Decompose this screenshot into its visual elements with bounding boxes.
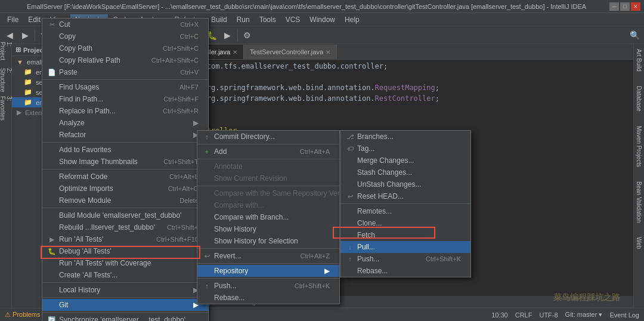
line-code-7: @RestController <box>170 126 633 135</box>
code-line-2: 2 <box>149 73 633 84</box>
menu-window[interactable]: Window <box>305 14 340 25</box>
menu-file[interactable]: File <box>2 14 23 25</box>
panel-title: ⊞ <box>16 46 21 54</box>
run-button[interactable]: ▶ <box>190 28 204 42</box>
toolbar: ◀ ▶ 🔨 EmallserverInterfaceProviderApplic… <box>0 26 644 44</box>
line-num-7: 7 <box>149 127 170 135</box>
menu-refactor[interactable]: Refactor <box>170 14 206 25</box>
menu-build[interactable]: Build <box>206 14 232 25</box>
folder-icon-dubbo: 📁 <box>24 98 32 106</box>
tab-git-label: gitTestController.java <box>169 48 230 55</box>
line-num-3: 3 <box>149 84 170 92</box>
line-num-5: 5 <box>149 105 170 113</box>
toolbar-forward[interactable]: ▶ <box>18 28 32 42</box>
title-bar: EmallServer [F:\ideaWorkSpace\EmallServe… <box>0 0 644 13</box>
tree-item-emall[interactable]: ▼ emall <box>12 57 148 67</box>
right-tab-bean[interactable]: Bean Validation <box>636 179 642 225</box>
line-code-3: import org.springframework.web.bind.anno… <box>170 84 633 92</box>
coverage-button[interactable]: ▶ <box>221 28 235 42</box>
line-code-8: public class gitTestController { <box>170 137 633 146</box>
tab-test-label: TestServerController.java <box>250 48 323 55</box>
code-line-9: 9 <box>149 148 633 159</box>
window-controls: ─ □ ✕ <box>609 2 640 11</box>
line-code-4: import org.springframework.web.bind.anno… <box>170 94 633 103</box>
left-tab-favorites[interactable]: 3: Favorites <box>1 104 11 113</box>
left-tab-structure[interactable]: 2: Structure <box>1 75 11 85</box>
main-layout: 1: Project 2: Structure 3: Favorites ⊞ P… <box>0 44 644 308</box>
toolbar-settings[interactable]: ⚙ <box>240 28 255 42</box>
menu-vcs[interactable]: VCS <box>281 14 305 25</box>
run-config-label: EmallserverInterfaceProviderApplication <box>61 32 178 39</box>
menu-edit[interactable]: Edit <box>23 14 45 25</box>
panel-title-label: Project <box>23 47 45 54</box>
breadcrumb-sep: › <box>202 298 205 305</box>
tab-test-controller[interactable]: TestServerController.java ✕ <box>244 45 337 59</box>
status-event-log[interactable]: Event Log <box>609 311 639 319</box>
menu-bar: File Edit View Navigate Code Analyze Ref… <box>0 13 644 26</box>
run-config-selector[interactable]: EmallserverInterfaceProviderApplication … <box>57 29 188 42</box>
editor-area: ⚙ gitTestController.java ✕ TestServerCon… <box>149 44 633 308</box>
restore-button[interactable]: □ <box>620 2 630 11</box>
status-git[interactable]: Git: master ▾ <box>565 311 603 319</box>
debug-button[interactable]: 🐛 <box>205 28 219 42</box>
panel-gear[interactable]: ⚙ <box>139 46 145 54</box>
status-crlf: CRLF <box>515 311 532 319</box>
tab-git-close[interactable]: ✕ <box>233 49 237 55</box>
code-line-3: 3 import org.springframework.web.bind.an… <box>149 84 633 94</box>
tree-item-parent[interactable]: 📁 server_parent <box>12 77 148 87</box>
toolbar-search[interactable]: 🔍 <box>627 28 642 42</box>
code-line-8: 8 public class gitTestController { <box>149 137 633 148</box>
line-num-9: 9 <box>149 148 170 156</box>
line-num-4: 4 <box>149 95 170 103</box>
tree-label-redis: server_redis <box>36 89 72 96</box>
toolbar-build[interactable]: 🔨 <box>38 28 52 42</box>
status-bar: ⚠ Problems 10:30 CRLF UTF-8 Git: master … <box>0 308 644 321</box>
folder-icon-parent: 📁 <box>24 78 32 86</box>
tree-label-emall: emall <box>27 58 42 66</box>
folder-icon-redis: 📁 <box>24 88 32 96</box>
menu-view[interactable]: View <box>45 14 70 25</box>
code-line-4: 4 import org.springframework.web.bind.an… <box>149 94 633 105</box>
menu-code[interactable]: Code <box>108 14 135 25</box>
right-tab-maven[interactable]: Maven Projects <box>636 124 642 169</box>
breadcrumb-file: gitTestController <box>153 298 200 305</box>
folder-icon-emall: ▼ <box>17 58 23 66</box>
minimize-button[interactable]: ─ <box>609 2 619 11</box>
tree-label-dubbo: emallserver_test_dubbo <box>36 99 106 106</box>
tree-item-dubbo[interactable]: 📁 emallserver_test_dubbo <box>12 97 148 107</box>
external-icon: ▶ <box>17 109 21 116</box>
line-num-6: 6 <box>149 116 170 124</box>
toolbar-sep-1 <box>35 29 35 41</box>
close-button[interactable]: ✕ <box>631 2 640 11</box>
menu-analyze[interactable]: Analyze <box>135 14 170 25</box>
run-config-arrow: ▾ <box>181 31 184 39</box>
tree-item-external[interactable]: ▶ External Libraries <box>12 107 148 118</box>
menu-run[interactable]: Run <box>232 14 255 25</box>
menu-help[interactable]: Help <box>340 14 364 25</box>
tab-test-close[interactable]: ✕ <box>326 49 330 55</box>
menu-tools[interactable]: Tools <box>255 14 281 25</box>
editor-tabs: ⚙ gitTestController.java ✕ TestServerCon… <box>149 44 633 60</box>
editor-content[interactable]: 1 package com.tfs.emallserver_test_dubbo… <box>149 60 633 308</box>
toolbar-back[interactable]: ◀ <box>2 28 17 42</box>
tab-gear[interactable]: ⚙ <box>149 45 163 59</box>
right-tab-art-build[interactable]: Art Build <box>636 47 642 74</box>
status-problems[interactable]: ⚠ Problems <box>5 311 41 319</box>
code-line-5: 5 <box>149 105 633 116</box>
tree-label-external: External Libraries <box>25 109 76 116</box>
window-title: EmallServer [F:\ideaWorkSpace\EmallServe… <box>4 3 609 10</box>
menu-navigate[interactable]: Navigate <box>70 14 108 25</box>
right-sidebar: Art Build Database Maven Projects Bean V… <box>633 44 644 308</box>
panel-header: ⊞ Project ⚙ <box>12 44 148 56</box>
right-tab-web[interactable]: Web <box>636 234 642 251</box>
code-line-6: 6 <box>149 116 633 126</box>
right-tab-database[interactable]: Database <box>636 84 642 114</box>
code-line-7: 7 @RestController <box>149 126 633 137</box>
tree-item-interface[interactable]: 📁 emallserver_interface <box>12 67 148 77</box>
code-line-1: 1 package com.tfs.emallserver_test_dubbo… <box>149 62 633 73</box>
tab-git-controller[interactable]: gitTestController.java ✕ <box>163 45 244 59</box>
breadcrumb-method: getBeautifulGirl() <box>207 298 256 305</box>
project-panel: ⊞ Project ⚙ ▼ emall 📁 emallserver_interf… <box>12 44 149 308</box>
left-tab-project[interactable]: 1: Project <box>1 47 11 56</box>
tree-item-redis[interactable]: 📁 server_redis <box>12 87 148 97</box>
